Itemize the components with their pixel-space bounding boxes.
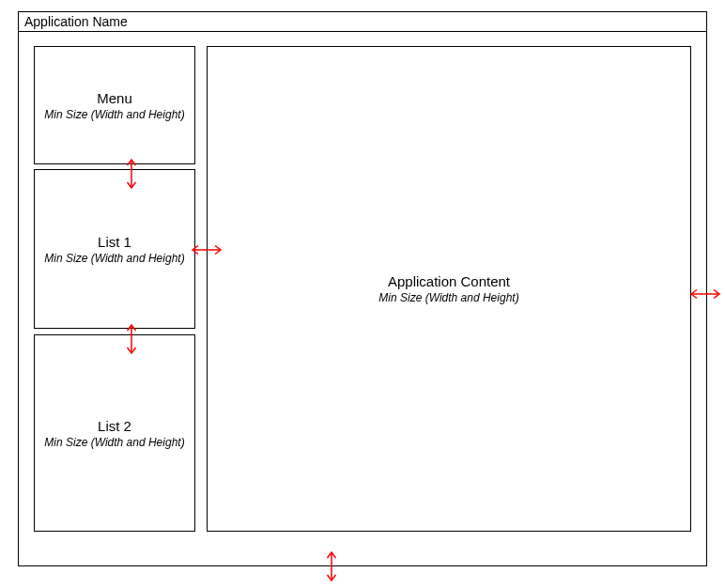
menu-panel: Menu Min Size (Width and Height) (34, 46, 195, 164)
app-window: Application Name Menu Min Size (Width an… (18, 11, 707, 566)
resize-vertical-arrow-icon (126, 322, 137, 356)
menu-title: Menu (97, 90, 132, 106)
list1-subtitle: Min Size (Width and Height) (44, 252, 184, 265)
content-subtitle: Min Size (Width and Height) (378, 291, 518, 304)
content-title: Application Content (388, 273, 510, 289)
content-panel: Application Content Min Size (Width and … (207, 46, 691, 532)
resize-vertical-arrow-icon (126, 157, 137, 191)
list2-title: List 2 (98, 418, 131, 434)
resize-horizontal-arrow-icon (688, 288, 722, 300)
resize-horizontal-arrow-icon (190, 244, 224, 255)
list2-subtitle: Min Size (Width and Height) (44, 436, 184, 449)
list1-panel: List 1 Min Size (Width and Height) (34, 169, 195, 329)
list2-panel: List 2 Min Size (Width and Height) (34, 334, 195, 532)
window-title: Application Name (24, 14, 128, 29)
menu-subtitle: Min Size (Width and Height) (44, 108, 184, 121)
list1-title: List 1 (98, 234, 131, 250)
resize-vertical-arrow-icon (326, 549, 337, 583)
